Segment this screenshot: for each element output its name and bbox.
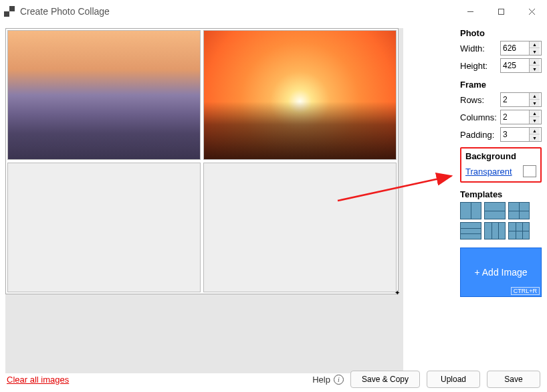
collage-cell-1-1[interactable] (203, 163, 397, 292)
save-copy-button[interactable]: Save & Copy (350, 371, 420, 388)
templates-section: Templates (460, 189, 542, 239)
canvas-background: ✦ (5, 28, 403, 373)
rows-down-icon[interactable]: ▼ (530, 100, 540, 106)
window-buttons (455, 1, 547, 21)
add-image-label: + Add Image (474, 267, 527, 278)
minimize-button[interactable] (455, 1, 485, 21)
resize-handle-icon[interactable]: ✦ (394, 290, 401, 296)
sidebar: Photo Width: ▲▼ Height: ▲▼ Frame Rows: ▲… (455, 23, 547, 361)
frame-section-title: Frame (460, 80, 542, 90)
app-icon (4, 6, 15, 17)
width-up-icon[interactable]: ▲ (530, 41, 540, 48)
help-link[interactable]: Help i (312, 375, 344, 385)
clear-all-link[interactable]: Clear all images (7, 375, 69, 385)
height-up-icon[interactable]: ▲ (530, 59, 540, 66)
padding-up-icon[interactable]: ▲ (530, 128, 540, 134)
padding-down-icon[interactable]: ▼ (530, 134, 540, 141)
collage-cell-1-0[interactable] (7, 163, 201, 292)
padding-stepper[interactable]: ▲▼ (500, 127, 542, 142)
collage-cell-0-0[interactable] (7, 30, 201, 160)
collage-frame[interactable]: ✦ (5, 28, 399, 294)
columns-label: Columns: (460, 112, 500, 122)
save-button[interactable]: Save (487, 371, 540, 388)
height-down-icon[interactable]: ▼ (530, 66, 540, 72)
columns-up-icon[interactable]: ▲ (530, 110, 540, 117)
transparent-link[interactable]: Transparent (465, 167, 512, 177)
rows-stepper[interactable]: ▲▼ (500, 92, 542, 107)
rows-input[interactable] (501, 93, 529, 106)
window-title: Create Photo Collage (20, 6, 110, 17)
collage-cell-0-1[interactable] (203, 30, 397, 160)
width-label: Width: (460, 43, 500, 54)
close-button[interactable] (516, 1, 547, 21)
template-2x1[interactable] (484, 202, 506, 219)
columns-down-icon[interactable]: ▼ (530, 117, 540, 124)
info-icon: i (334, 375, 344, 385)
height-label: Height: (460, 61, 500, 71)
titlebar: Create Photo Collage (0, 0, 547, 23)
footer: Clear all images Help i Save & Copy Uplo… (0, 367, 547, 392)
template-3x1[interactable] (460, 222, 481, 239)
upload-button[interactable]: Upload (427, 371, 480, 388)
columns-stepper[interactable]: ▲▼ (500, 110, 542, 124)
height-stepper[interactable]: ▲▼ (500, 58, 542, 73)
maximize-button[interactable] (485, 1, 516, 21)
width-input[interactable] (501, 41, 529, 55)
add-image-shortcut: CTRL+R (511, 287, 540, 295)
templates-section-title: Templates (460, 189, 542, 199)
template-2x2[interactable] (508, 202, 530, 219)
canvas-area: ✦ (0, 23, 455, 361)
columns-input[interactable] (501, 110, 529, 124)
width-down-icon[interactable]: ▼ (530, 48, 540, 55)
template-1x2[interactable] (460, 202, 481, 219)
background-section-title: Background (465, 151, 536, 161)
padding-input[interactable] (501, 128, 529, 141)
height-input[interactable] (501, 59, 529, 72)
background-color-swatch[interactable] (523, 165, 536, 177)
svg-rect-1 (498, 9, 504, 14)
width-stepper[interactable]: ▲▼ (500, 41, 542, 56)
rows-up-icon[interactable]: ▲ (530, 93, 540, 100)
rows-label: Rows: (460, 95, 500, 105)
template-1x3[interactable] (484, 222, 506, 239)
help-label: Help (312, 375, 330, 385)
padding-label: Padding: (460, 130, 500, 140)
photo-section-title: Photo (460, 28, 542, 38)
background-section-highlight: Background Transparent (460, 147, 542, 183)
add-image-button[interactable]: + Add Image CTRL+R (460, 248, 542, 297)
template-2x3[interactable] (508, 222, 530, 239)
